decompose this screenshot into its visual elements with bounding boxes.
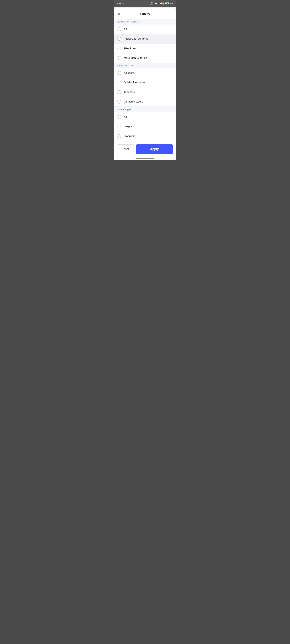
status-bar: 4:26 📷 149KB/s 📶: [114, 0, 176, 7]
radio-circle-content-all: [118, 115, 121, 119]
radio-circle-diagrams: [118, 134, 121, 138]
battery-percent: 58%: [170, 2, 173, 4]
radio-label-teachers: Teachers: [124, 90, 134, 94]
filters-modal: × Filters NUMBER OF TERMS All Fewer than…: [114, 8, 176, 160]
reset-button[interactable]: Reset: [117, 144, 134, 154]
bottom-actions: Reset Apply: [114, 141, 176, 157]
home-bar: [136, 158, 154, 159]
radio-circle-images: [118, 125, 121, 128]
status-right: 149KB/s 📶: [150, 2, 173, 5]
radio-circle-teachers: [118, 90, 121, 94]
signal-bars-2: [158, 2, 162, 4]
radio-label-diagrams: Diagrams: [124, 134, 135, 138]
battery-icon: [165, 2, 169, 4]
phone-frame: 4:26 📷 149KB/s 📶: [114, 0, 176, 160]
radio-item-more-than-50[interactable]: More than 50 terms: [114, 53, 176, 63]
section-header-content-type: Content type: [114, 106, 176, 112]
radio-circle-more-than-50: [118, 56, 121, 60]
home-indicator: [114, 157, 176, 160]
radio-label-fewer-than-20: Fewer than 20 terms: [124, 37, 148, 40]
modal-header: × Filters: [114, 8, 176, 19]
status-left: 4:26 📷: [117, 2, 124, 5]
radio-label-20-49: 20–49 terms: [124, 47, 139, 50]
radio-label-more-than-50: More than 50 terms: [124, 56, 147, 60]
apply-button[interactable]: Apply: [136, 144, 173, 154]
radio-item-all-users[interactable]: All users: [114, 68, 176, 78]
camera-icon: 📷: [122, 2, 124, 5]
radio-item-teachers[interactable]: Teachers: [114, 88, 176, 97]
radio-item-quizlet-plus[interactable]: Quizlet Plus users: [114, 78, 176, 88]
radio-item-content-all[interactable]: All: [114, 112, 176, 122]
radio-item-20-49[interactable]: 20–49 terms: [114, 44, 176, 53]
radio-label-quizlet-plus: Quizlet Plus users: [124, 81, 145, 84]
signal-bars-1: [154, 2, 158, 4]
radio-circle-verified-creators: [118, 100, 121, 104]
radio-circle-fewer-than-20: [118, 37, 121, 41]
radio-label-images: Images: [124, 125, 132, 128]
radio-item-verified-creators[interactable]: Verified creators: [114, 97, 176, 106]
radio-item-images[interactable]: Images: [114, 122, 176, 132]
radio-label-all-terms: All: [124, 28, 127, 31]
radio-item-diagrams[interactable]: Diagrams: [114, 132, 176, 141]
wifi-icon: 📶: [162, 2, 164, 4]
radio-label-all-users: All users: [124, 72, 134, 74]
radio-circle-all-terms: [118, 27, 121, 31]
section-header-number-of-terms: NUMBER OF TERMS: [114, 19, 176, 24]
close-button[interactable]: ×: [118, 11, 121, 17]
radio-circle-quizlet-plus: [118, 81, 121, 84]
radio-circle-all-users: [118, 71, 121, 75]
time: 4:26: [117, 2, 121, 5]
radio-item-all-terms[interactable]: All: [114, 24, 176, 34]
radio-circle-20-49: [118, 46, 121, 50]
modal-title: Filters: [140, 12, 150, 16]
close-icon: ×: [118, 12, 120, 16]
radio-label-content-all: All: [124, 116, 127, 118]
section-header-creator-type: CREATOR TYPE: [114, 63, 176, 68]
network-speed: 149KB/s: [150, 2, 153, 5]
radio-item-fewer-than-20[interactable]: Fewer than 20 terms: [114, 34, 176, 44]
radio-label-verified-creators: Verified creators: [124, 100, 143, 103]
